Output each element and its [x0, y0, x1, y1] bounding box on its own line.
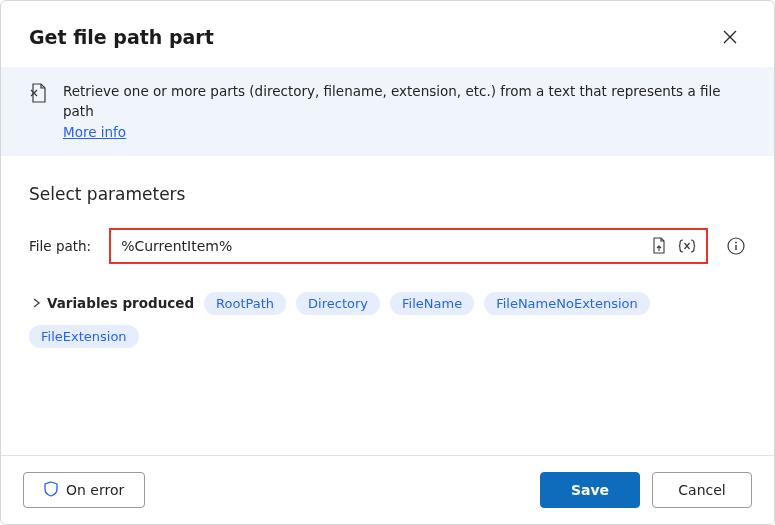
info-description: Retrieve one or more parts (directory, f… [63, 83, 721, 119]
shield-icon [44, 481, 58, 500]
file-path-input-wrap [109, 228, 708, 264]
info-text: Retrieve one or more parts (directory, f… [63, 81, 746, 142]
info-circle-icon [727, 237, 745, 255]
file-select-icon [651, 237, 667, 255]
close-icon [723, 30, 737, 44]
dialog-body: Select parameters File path: [1, 156, 774, 455]
file-path-label: File path: [29, 238, 91, 254]
save-button[interactable]: Save [540, 472, 640, 508]
variable-picker-button[interactable] [676, 235, 698, 257]
variables-label: Variables produced [47, 295, 194, 311]
var-pill-directory[interactable]: Directory [296, 292, 380, 315]
dialog: Get file path part Retrieve one or more … [0, 0, 775, 525]
variables-row: Variables produced RootPath Directory Fi… [29, 292, 746, 348]
select-file-button[interactable] [648, 235, 670, 257]
file-info-icon [29, 81, 49, 108]
var-pill-filenamenoext[interactable]: FileNameNoExtension [484, 292, 650, 315]
dialog-title: Get file path part [29, 26, 214, 48]
dialog-footer: On error Save Cancel [1, 455, 774, 524]
close-button[interactable] [714, 21, 746, 53]
var-pill-filename[interactable]: FileName [390, 292, 474, 315]
on-error-label: On error [66, 482, 124, 498]
file-path-row: File path: [29, 228, 746, 264]
footer-right: Save Cancel [540, 472, 752, 508]
file-path-info-button[interactable] [726, 236, 746, 256]
section-title: Select parameters [29, 184, 746, 204]
svg-point-1 [735, 241, 737, 243]
chevron-right-icon [29, 296, 43, 310]
variables-toggle[interactable]: Variables produced [29, 295, 194, 311]
info-bar: Retrieve one or more parts (directory, f… [1, 67, 774, 156]
dialog-header: Get file path part [1, 1, 774, 67]
variable-icon [678, 238, 696, 254]
var-pill-fileextension[interactable]: FileExtension [29, 325, 139, 348]
var-pill-rootpath[interactable]: RootPath [204, 292, 286, 315]
more-info-link[interactable]: More info [63, 124, 126, 140]
file-path-input[interactable] [121, 238, 642, 254]
cancel-button[interactable]: Cancel [652, 472, 752, 508]
on-error-button[interactable]: On error [23, 472, 145, 508]
